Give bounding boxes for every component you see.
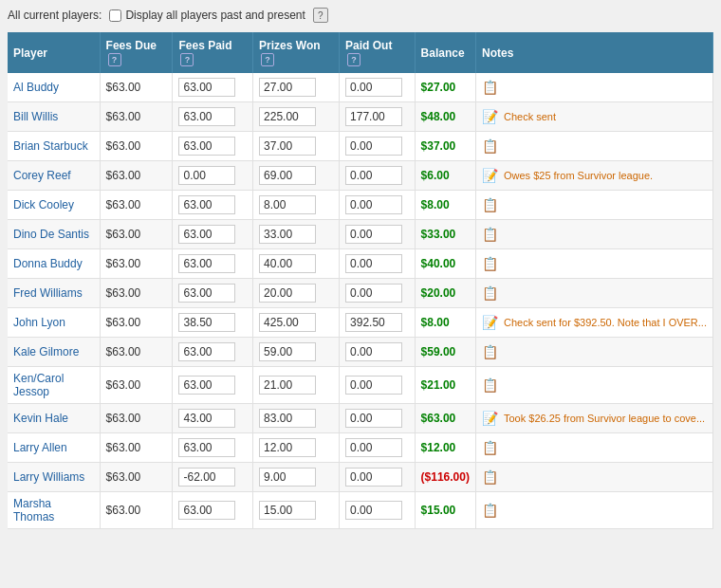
note-empty-icon[interactable]: 📋: [482, 197, 498, 212]
paid-out-cell[interactable]: [340, 249, 416, 279]
paid-out-cell[interactable]: [340, 404, 416, 433]
player-link[interactable]: Kevin Hale: [13, 412, 68, 425]
prizes-won-cell[interactable]: [253, 249, 340, 279]
paid-out-cell[interactable]: [340, 73, 416, 102]
fees-paid-input[interactable]: [178, 409, 235, 428]
paid-out-input[interactable]: [345, 376, 402, 395]
player-link[interactable]: Dino De Santis: [13, 228, 89, 241]
fees-paid-cell[interactable]: [173, 308, 253, 338]
paid-out-input[interactable]: [345, 137, 402, 156]
paid-out-input[interactable]: [345, 166, 402, 185]
paid-out-cell[interactable]: [340, 279, 416, 308]
prizes-won-input[interactable]: [259, 137, 316, 156]
display-all-label[interactable]: Display all players past and present: [109, 9, 305, 22]
fees-paid-input[interactable]: [178, 78, 235, 97]
fees-paid-input[interactable]: [178, 107, 235, 126]
player-link[interactable]: Corey Reef: [13, 169, 71, 182]
prizes-won-cell[interactable]: [253, 279, 340, 308]
prizes-won-cell[interactable]: [253, 367, 340, 404]
fees-paid-input[interactable]: [178, 195, 235, 214]
fees-paid-input[interactable]: [178, 342, 235, 361]
player-link[interactable]: John Lyon: [13, 316, 65, 329]
fees-paid-input[interactable]: [178, 284, 235, 303]
fees-paid-input[interactable]: [178, 438, 235, 457]
prizes-won-help-icon[interactable]: ?: [261, 53, 274, 66]
player-link[interactable]: Kale Gilmore: [13, 345, 79, 358]
prizes-won-input[interactable]: [259, 342, 316, 361]
prizes-won-cell[interactable]: [253, 338, 340, 367]
prizes-won-input[interactable]: [259, 254, 316, 273]
prizes-won-input[interactable]: [259, 376, 316, 395]
note-empty-icon[interactable]: 📋: [482, 138, 498, 154]
prizes-won-cell[interactable]: [253, 191, 340, 220]
fees-paid-cell[interactable]: [173, 492, 253, 529]
prizes-won-input[interactable]: [259, 195, 316, 214]
paid-out-input[interactable]: [345, 107, 402, 126]
paid-out-cell[interactable]: [340, 191, 416, 220]
paid-out-cell[interactable]: [340, 102, 416, 132]
note-empty-icon[interactable]: 📋: [482, 227, 498, 242]
prizes-won-cell[interactable]: [253, 308, 340, 338]
player-link[interactable]: Bill Willis: [13, 110, 58, 123]
player-link[interactable]: Brian Starbuck: [13, 139, 88, 153]
fees-paid-cell[interactable]: [173, 279, 253, 308]
note-filled-icon[interactable]: 📝: [482, 168, 498, 183]
fees-paid-input[interactable]: [178, 313, 235, 332]
fees-paid-cell[interactable]: [173, 220, 253, 249]
prizes-won-cell[interactable]: [253, 73, 340, 102]
fees-paid-cell[interactable]: [173, 191, 253, 220]
fees-paid-cell[interactable]: [173, 463, 253, 492]
fees-paid-cell[interactable]: [173, 73, 253, 102]
prizes-won-input[interactable]: [259, 284, 316, 303]
paid-out-cell[interactable]: [340, 367, 416, 404]
fees-paid-cell[interactable]: [173, 132, 253, 161]
prizes-won-input[interactable]: [259, 107, 316, 126]
paid-out-help-icon[interactable]: ?: [347, 53, 360, 66]
display-all-checkbox[interactable]: [109, 9, 121, 22]
player-link[interactable]: Al Buddy: [13, 81, 59, 94]
player-link[interactable]: Fred Williams: [13, 286, 83, 300]
paid-out-input[interactable]: [345, 195, 402, 214]
prizes-won-input[interactable]: [259, 166, 316, 185]
prizes-won-cell[interactable]: [253, 102, 340, 132]
note-filled-icon[interactable]: 📝: [482, 315, 498, 330]
fees-paid-cell[interactable]: [173, 433, 253, 463]
fees-paid-input[interactable]: [178, 225, 235, 244]
fees-paid-input[interactable]: [178, 376, 235, 395]
fees-paid-help-icon[interactable]: ?: [180, 53, 194, 66]
note-filled-icon[interactable]: 📝: [482, 411, 498, 426]
prizes-won-input[interactable]: [259, 78, 316, 97]
fees-paid-cell[interactable]: [173, 102, 253, 132]
note-empty-icon[interactable]: 📋: [482, 503, 498, 518]
player-link[interactable]: Larry Allen: [13, 441, 67, 454]
paid-out-input[interactable]: [345, 342, 402, 361]
note-empty-icon[interactable]: 📋: [482, 440, 498, 455]
paid-out-cell[interactable]: [340, 338, 416, 367]
fees-paid-input[interactable]: [178, 254, 235, 273]
prizes-won-cell[interactable]: [253, 463, 340, 492]
paid-out-cell[interactable]: [340, 463, 416, 492]
fees-paid-cell[interactable]: [173, 338, 253, 367]
paid-out-input[interactable]: [345, 78, 402, 97]
player-link[interactable]: Ken/Carol Jessop: [13, 372, 64, 398]
paid-out-cell[interactable]: [340, 132, 416, 161]
paid-out-input[interactable]: [345, 409, 402, 428]
fees-paid-cell[interactable]: [173, 367, 253, 404]
prizes-won-cell[interactable]: [253, 492, 340, 529]
note-empty-icon[interactable]: 📋: [482, 469, 498, 485]
prizes-won-input[interactable]: [259, 225, 316, 244]
prizes-won-input[interactable]: [259, 409, 316, 428]
fees-paid-cell[interactable]: [173, 161, 253, 191]
note-empty-icon[interactable]: 📋: [482, 285, 498, 301]
fees-due-help-icon[interactable]: ?: [108, 53, 121, 66]
fees-paid-input[interactable]: [178, 501, 235, 520]
player-link[interactable]: Marsha Thomas: [13, 497, 54, 524]
paid-out-input[interactable]: [345, 254, 402, 273]
prizes-won-cell[interactable]: [253, 404, 340, 433]
prizes-won-input[interactable]: [259, 468, 316, 487]
note-empty-icon[interactable]: 📋: [482, 344, 498, 359]
paid-out-input[interactable]: [345, 438, 402, 457]
prizes-won-cell[interactable]: [253, 433, 340, 463]
top-help-icon[interactable]: ?: [313, 8, 328, 23]
paid-out-input[interactable]: [345, 313, 402, 332]
